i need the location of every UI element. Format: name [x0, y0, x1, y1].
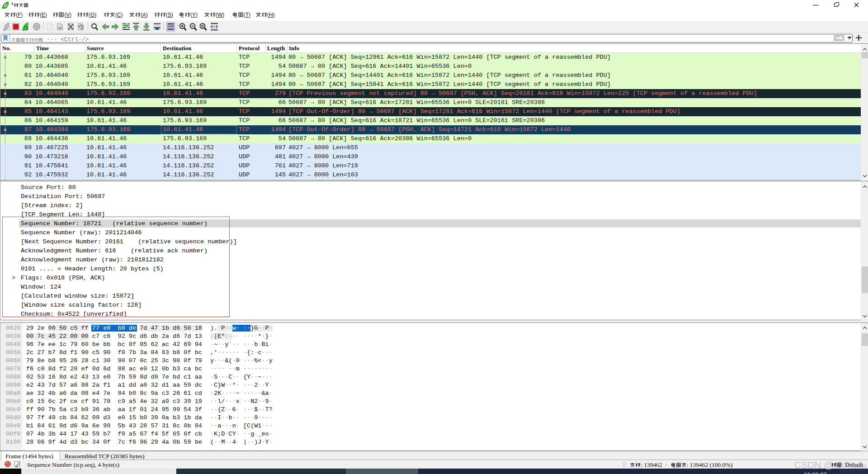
svg-text:010: 010	[58, 27, 62, 29]
